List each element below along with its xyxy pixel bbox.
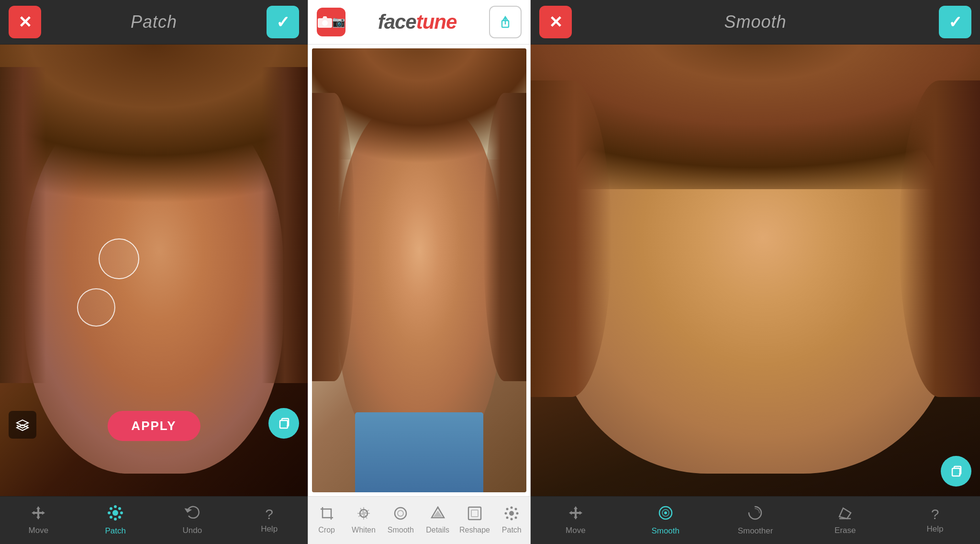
whiten-label: Whiten xyxy=(352,526,376,534)
right-erase-svg xyxy=(837,505,853,521)
svg-marker-4 xyxy=(42,511,45,515)
svg-rect-43 xyxy=(572,512,579,514)
share-button[interactable] xyxy=(489,6,522,38)
svg-rect-37 xyxy=(952,468,960,476)
center-tool-smooth[interactable]: Smooth xyxy=(382,497,419,544)
details-label: Details xyxy=(426,526,449,534)
center-tool-crop[interactable]: Crop xyxy=(308,497,345,544)
right-tool-smooth[interactable]: Smooth xyxy=(621,497,711,544)
left-toolbar: Move Patch xyxy=(0,496,308,544)
svg-point-13 xyxy=(118,507,121,510)
left-photo-area[interactable]: APPLY xyxy=(0,45,308,496)
svg-point-36 xyxy=(515,517,517,519)
svg-marker-16 xyxy=(186,509,190,512)
svg-rect-26 xyxy=(468,507,481,520)
svg-marker-2 xyxy=(36,517,40,520)
right-copy-icon[interactable] xyxy=(941,456,971,487)
left-title: Patch xyxy=(131,12,177,32)
right-tool-smoother[interactable]: Smoother xyxy=(711,497,801,544)
left-panel: ✕ Patch ✓ xyxy=(0,0,308,544)
right-smoother-icon xyxy=(747,505,763,523)
move-svg xyxy=(31,505,46,521)
close-icon: ✕ xyxy=(18,12,32,32)
svg-point-8 xyxy=(114,505,117,508)
smooth-center-svg xyxy=(393,506,408,521)
svg-marker-40 xyxy=(569,511,572,515)
right-help-label: Help xyxy=(927,524,944,534)
right-confirm-button[interactable]: ✓ xyxy=(939,6,971,38)
center-photo-area[interactable] xyxy=(312,48,526,492)
right-header: ✕ Smooth ✓ xyxy=(531,0,980,45)
svg-point-10 xyxy=(108,511,111,514)
right-panel: ✕ Smooth ✓ xyxy=(531,0,980,544)
patch-label: Patch xyxy=(105,526,125,536)
center-tool-patch[interactable]: Patch xyxy=(493,497,530,544)
apply-button[interactable]: APPLY xyxy=(107,411,200,441)
svg-marker-47 xyxy=(839,508,851,519)
right-close-icon: ✕ xyxy=(549,12,562,32)
right-tool-help[interactable]: ? Help xyxy=(890,497,980,544)
right-copy-svg xyxy=(949,465,963,478)
svg-marker-3 xyxy=(32,511,34,515)
svg-point-14 xyxy=(110,516,112,519)
svg-point-31 xyxy=(505,512,507,515)
right-smooth-label: Smooth xyxy=(651,526,679,536)
left-tool-patch[interactable]: Patch xyxy=(77,497,154,544)
left-tool-undo[interactable]: Undo xyxy=(154,497,231,544)
svg-rect-27 xyxy=(471,510,478,517)
svg-point-18 xyxy=(322,20,328,26)
undo-label: Undo xyxy=(183,526,202,535)
facetune-logo: facetune xyxy=(378,11,457,34)
right-cancel-button[interactable]: ✕ xyxy=(539,6,572,38)
svg-point-12 xyxy=(110,507,112,510)
help-icon: ? xyxy=(265,507,273,521)
patch-center-label: Patch xyxy=(502,526,522,534)
logo-face: face xyxy=(378,11,416,33)
whiten-icon xyxy=(356,506,371,523)
logo-tune: tune xyxy=(416,11,457,33)
smooth-center-icon xyxy=(393,506,408,523)
svg-marker-1 xyxy=(36,506,40,509)
move-label: Move xyxy=(29,526,49,535)
svg-point-15 xyxy=(118,516,121,519)
patch-circle-upper[interactable] xyxy=(99,238,139,279)
camera-button[interactable]: 📷 xyxy=(317,8,345,36)
svg-point-28 xyxy=(509,511,514,516)
crop-svg xyxy=(320,506,334,521)
details-icon xyxy=(431,506,445,523)
right-title: Smooth xyxy=(724,12,786,32)
left-tool-help[interactable]: ? Help xyxy=(231,497,308,544)
right-tool-erase[interactable]: Erase xyxy=(800,497,890,544)
left-bottom-icon[interactable] xyxy=(9,411,36,439)
move-icon xyxy=(31,505,46,523)
center-tool-details[interactable]: Details xyxy=(419,497,456,544)
left-confirm-button[interactable]: ✓ xyxy=(267,6,299,38)
undo-icon xyxy=(185,505,200,523)
left-tool-move[interactable]: Move xyxy=(0,497,77,544)
svg-marker-41 xyxy=(579,511,582,515)
right-photo-area[interactable] xyxy=(531,45,980,496)
camera-icon xyxy=(318,16,332,28)
svg-point-32 xyxy=(516,512,519,515)
right-erase-icon xyxy=(837,505,853,523)
svg-marker-39 xyxy=(574,517,578,520)
svg-point-9 xyxy=(114,518,117,521)
right-move-svg xyxy=(568,505,583,521)
center-tool-reshape[interactable]: Reshape xyxy=(456,497,493,544)
center-tool-whiten[interactable]: Whiten xyxy=(345,497,382,544)
share-icon xyxy=(498,15,512,29)
crop-label: Crop xyxy=(318,526,335,534)
layers-icon xyxy=(15,417,30,432)
whiten-svg xyxy=(356,506,371,521)
right-smoother-svg xyxy=(747,505,763,521)
left-header: ✕ Patch ✓ xyxy=(0,0,308,45)
right-tool-move[interactable]: Move xyxy=(531,497,621,544)
patch-svg xyxy=(107,505,123,521)
left-copy-icon[interactable] xyxy=(268,408,299,439)
svg-point-29 xyxy=(511,507,513,509)
patch-circle-lower[interactable] xyxy=(77,288,115,327)
reshape-svg xyxy=(468,506,482,521)
left-cancel-button[interactable]: ✕ xyxy=(9,6,41,38)
svg-point-22 xyxy=(395,508,406,519)
patch-icon xyxy=(107,505,123,523)
